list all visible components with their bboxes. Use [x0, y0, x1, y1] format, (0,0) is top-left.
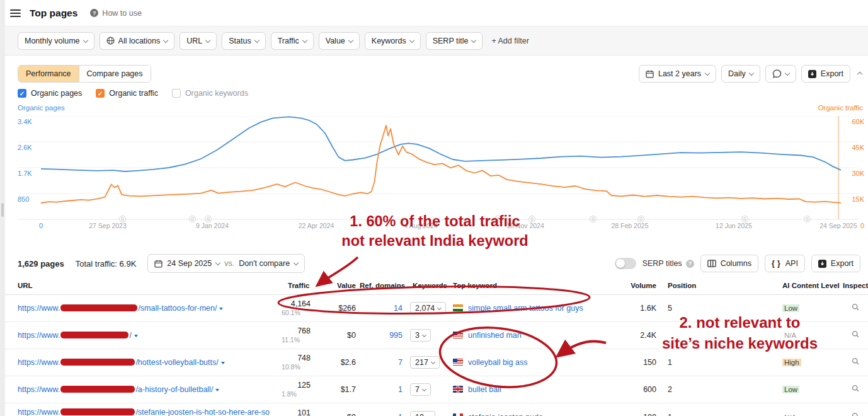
traffic-chart: 85015K1.7K30K2.6K45K3.4K60K0027 Sep 2023…	[0, 116, 868, 242]
inspect-cell[interactable]	[843, 376, 868, 403]
date-range-button[interactable]: Last 2 years	[639, 65, 716, 83]
x-axis-date: 4 Aug 2024	[392, 222, 449, 229]
chevron-down-icon	[422, 386, 426, 391]
url-cell[interactable]: https://www./	[0, 322, 279, 349]
filter-traffic[interactable]: Traffic	[271, 32, 314, 50]
tab-performance[interactable]: Performance	[18, 66, 79, 82]
series-organic-traffic	[41, 125, 841, 203]
inspect-icon	[852, 384, 860, 393]
filter-all-locations[interactable]: All locations	[100, 32, 175, 50]
ref-domains-link[interactable]: 14	[394, 304, 403, 313]
url-cell[interactable]: https://www./a-history-of-bulletball/	[0, 376, 279, 403]
keywords-dropdown[interactable]: 217	[410, 356, 440, 369]
x-axis-date: 22 Apr 2024	[288, 222, 345, 229]
google-update-marker[interactable]: G	[637, 216, 644, 222]
checkbox-organic-keywords[interactable]: Organic keywords	[172, 89, 248, 98]
top-keyword-link[interactable]: simple small arm tattoos for guys	[468, 304, 583, 313]
inspect-cell[interactable]	[843, 295, 868, 322]
url-dropdown-icon[interactable]	[215, 389, 219, 391]
top-keyword-link[interactable]: stefanie joosten nude	[468, 413, 543, 416]
inspect-icon	[852, 412, 860, 416]
keywords-dropdown[interactable]: 3	[410, 329, 431, 342]
url-cell[interactable]: https://www./stefanie-joosten-is-hot-so-…	[0, 403, 279, 416]
hamburger-menu-icon[interactable]	[10, 9, 21, 17]
keywords-dropdown[interactable]: 10	[410, 411, 435, 416]
columns-button[interactable]: Columns	[700, 255, 758, 272]
google-update-marker[interactable]: G	[804, 216, 811, 222]
add-filter-button[interactable]: + Add filter	[491, 37, 528, 45]
serp-titles-toggle[interactable]	[615, 258, 636, 269]
column-header-traffic[interactable]: Traffic	[279, 278, 331, 295]
country-flag-gb-icon	[453, 386, 463, 393]
table-export-button[interactable]: Export	[811, 255, 860, 272]
api-button[interactable]: { } API	[765, 255, 805, 272]
volume-cell: 100	[630, 403, 660, 416]
granularity-button[interactable]: Daily	[721, 65, 760, 83]
filter-keywords[interactable]: Keywords	[365, 32, 421, 50]
filter-status[interactable]: Status	[222, 32, 265, 50]
column-header-url[interactable]: URL	[0, 278, 279, 295]
checkbox-organic-pages[interactable]: ✓Organic pages	[18, 89, 82, 98]
chart-export-button[interactable]: Export	[801, 65, 850, 83]
table-date-compare-control[interactable]: 24 Sep 2025 vs. Don't compare	[147, 254, 305, 273]
column-header-top-keyword[interactable]: Top keyword	[450, 278, 630, 295]
ref-domains-link[interactable]: 7	[398, 358, 403, 367]
column-header-inspect[interactable]: Inspect	[843, 278, 868, 295]
export-icon	[818, 260, 826, 268]
keywords-dropdown[interactable]: 2,074	[410, 302, 446, 315]
url-cell[interactable]: https://www./hottest-volleyball-butts/	[0, 349, 279, 376]
url-dropdown-icon[interactable]	[134, 335, 138, 337]
url-dropdown-icon[interactable]	[219, 308, 223, 310]
url-prefix: https://www.	[18, 385, 60, 394]
chevron-down-icon	[254, 37, 259, 42]
top-keyword-link[interactable]: volleyball big ass	[468, 358, 528, 367]
column-header-keywords[interactable]: Keywords	[406, 278, 450, 295]
column-header-volume[interactable]: Volume	[630, 278, 660, 295]
top-keyword-link[interactable]: bullet ball	[468, 385, 501, 394]
chevron-down-icon	[302, 37, 307, 42]
google-update-marker[interactable]: G	[189, 216, 196, 222]
traffic-cell: 76811.1%	[279, 322, 331, 349]
inspect-icon	[852, 357, 860, 366]
url-dropdown-icon[interactable]	[221, 362, 225, 364]
google-update-marker[interactable]: G	[590, 216, 597, 222]
filter-monthly-volume[interactable]: Monthly volume	[18, 32, 94, 50]
column-header-position[interactable]: Position	[660, 278, 780, 295]
sidebar-grip[interactable]	[1, 203, 4, 217]
left-axis-legend: Organic pages	[18, 104, 65, 112]
filter-value[interactable]: Value	[319, 32, 360, 50]
filter-serp-title[interactable]: SERP title	[426, 32, 483, 50]
filter-label: Keywords	[372, 37, 406, 45]
url-cell[interactable]: https://www./small-tattoos-for-men/	[0, 295, 279, 322]
tab-compare-pages[interactable]: Compare pages	[79, 66, 151, 82]
google-update-marker[interactable]: a	[373, 216, 380, 222]
ref-domains-link[interactable]: 1	[398, 385, 403, 394]
ai-content-cell: Low	[780, 295, 843, 322]
keywords-cell: 217	[406, 349, 450, 376]
google-update-marker[interactable]: G	[205, 216, 212, 222]
collapse-chart-icon[interactable]	[857, 72, 862, 77]
top-keyword-cell: stefanie joosten nude	[450, 403, 630, 416]
google-update-marker[interactable]: G	[741, 216, 748, 222]
checkbox-organic-traffic[interactable]: ✓Organic traffic	[96, 89, 158, 98]
column-header-value[interactable]: Value	[331, 278, 360, 295]
column-header-ref-domains[interactable]: Ref. domains	[360, 278, 406, 295]
keywords-count: 3	[415, 331, 420, 340]
comments-button[interactable]	[765, 65, 796, 83]
column-header-ai-content-level[interactable]: AI Content Level	[780, 278, 843, 295]
inspect-cell[interactable]	[843, 322, 868, 349]
inspect-cell[interactable]	[843, 349, 868, 376]
page-title: Top pages	[30, 8, 77, 19]
google-update-marker[interactable]: 2	[494, 216, 501, 222]
how-to-use-label: How to use	[102, 9, 142, 18]
top-keyword-link[interactable]: unfinished man	[468, 331, 522, 340]
filter-url[interactable]: URL	[180, 32, 217, 50]
ref-domains-link[interactable]: 1	[398, 413, 403, 416]
inspect-cell[interactable]	[843, 403, 868, 416]
collapsed-sidebar-rail[interactable]	[0, 0, 5, 416]
ref-domains-link[interactable]: 995	[389, 331, 403, 340]
keywords-dropdown[interactable]: 7	[410, 383, 431, 396]
google-update-marker[interactable]: G	[528, 216, 535, 222]
google-update-marker[interactable]: G	[119, 216, 126, 222]
how-to-use-link[interactable]: ? How to use	[90, 9, 142, 18]
